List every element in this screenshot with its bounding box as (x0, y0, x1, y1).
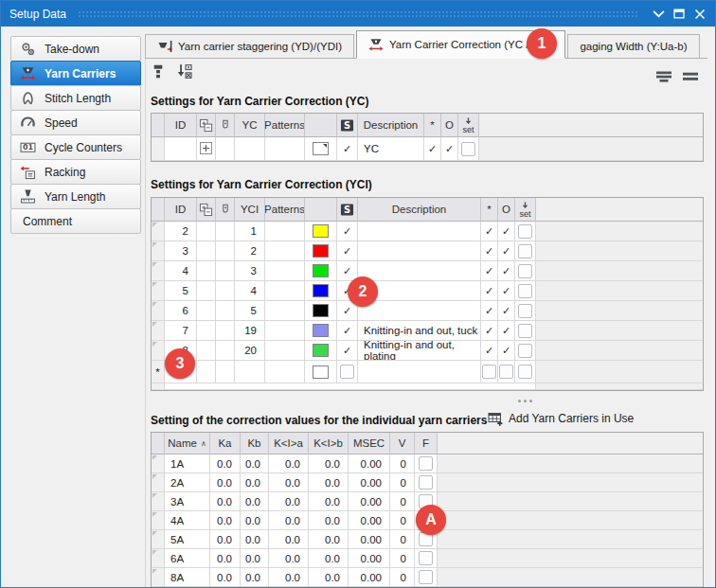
yci-row-selector[interactable] (152, 301, 165, 321)
checkbox-unchecked[interactable] (482, 365, 496, 379)
yc-header-description[interactable]: Description (358, 114, 424, 137)
yc-header-patterns[interactable]: Patterns (265, 114, 305, 137)
corr-cell-kib[interactable]: 0.0 (309, 511, 349, 530)
yc-cell-patterns[interactable] (265, 137, 305, 161)
corr-header-msec[interactable]: MSEC (349, 433, 390, 454)
yci-cell-id[interactable]: 4 (165, 261, 197, 281)
yci-header-yci[interactable]: YCI (235, 198, 265, 222)
corr-cell-kb[interactable]: 0.0 (241, 549, 269, 568)
yc-cell-set[interactable] (458, 137, 479, 161)
yci-cell-description[interactable] (358, 261, 481, 281)
corr-cell-kia[interactable]: 0.0 (269, 454, 309, 473)
yc-cell-carrier[interactable] (216, 137, 235, 161)
checkbox-unchecked[interactable] (518, 324, 532, 338)
yci-cell-star[interactable] (481, 261, 498, 281)
corr-cell-v[interactable]: 0 (390, 549, 415, 568)
yc-cell-star[interactable] (424, 137, 441, 161)
yci-cell-carrier[interactable] (216, 241, 235, 261)
yarn-carrier-column-icon[interactable] (216, 114, 235, 137)
collapse-chevron-icon[interactable] (651, 7, 666, 22)
corr-cell-f[interactable] (415, 454, 438, 473)
yci-cell-set[interactable] (515, 301, 536, 321)
stoll-s-column-icon[interactable]: S (337, 114, 358, 137)
corr-header-kia[interactable]: K<I>a (269, 433, 309, 454)
yci-cell-description[interactable] (358, 301, 481, 321)
yci-row-selector[interactable] (152, 222, 165, 241)
corr-cell-kb[interactable]: 0.0 (241, 473, 269, 492)
corr-cell-v[interactable]: 0 (390, 530, 415, 549)
pin-icon[interactable] (150, 63, 167, 80)
yci-row-selector[interactable] (152, 321, 165, 341)
yci-header-id[interactable]: ID (165, 198, 197, 222)
yci-cell-set[interactable] (515, 281, 536, 301)
checkbox-unchecked[interactable] (518, 344, 532, 358)
corr-cell-v[interactable]: 0 (390, 568, 415, 587)
yci-cell-description[interactable] (358, 241, 481, 261)
corr-cell-ka[interactable]: 0.0 (210, 511, 241, 530)
yarn-carrier-column-icon[interactable] (216, 198, 235, 222)
maximize-icon[interactable] (671, 7, 687, 22)
corr-header-selector[interactable] (152, 433, 165, 454)
yci-cell-patterns[interactable] (265, 281, 305, 301)
yci-cell-id[interactable]: 6 (165, 301, 197, 321)
yci-header-star[interactable]: * (481, 198, 498, 222)
yci-cell-description[interactable]: Knitting-in and out, plating (358, 341, 481, 361)
corr-header-v[interactable]: V (390, 433, 415, 454)
corr-cell-kb[interactable]: 0.0 (241, 511, 269, 530)
yc-cell-yc[interactable] (235, 137, 265, 161)
yci-new-cell-swatch[interactable] (305, 361, 337, 383)
yci-new-cell-star[interactable] (481, 361, 498, 383)
yci-cell-o[interactable] (498, 321, 515, 341)
corr-cell-kia[interactable]: 0.0 (269, 492, 309, 511)
stoll-s-column-icon[interactable]: S (337, 198, 358, 222)
yci-cell-id[interactable]: 7 (165, 321, 197, 341)
yci-header-o[interactable]: O (498, 198, 515, 222)
sidebar-item-take-down[interactable]: Take-down (10, 36, 141, 62)
checkbox-unchecked[interactable] (419, 475, 433, 490)
corr-cell-kib[interactable]: 0.0 (309, 473, 349, 492)
yci-new-row-selector[interactable]: * (152, 361, 165, 383)
corr-cell-name[interactable]: 2A (165, 473, 210, 492)
corr-cell-msec[interactable]: 0.00 (349, 473, 390, 492)
yci-cell-o[interactable] (498, 341, 515, 361)
corr-cell-kia[interactable]: 0.0 (269, 549, 309, 568)
yci-cell-patterns[interactable] (265, 222, 305, 241)
checkbox-unchecked[interactable] (518, 304, 532, 318)
yci-cell-swatch[interactable] (305, 241, 337, 261)
sidebar-item-comment[interactable]: Comment (10, 208, 141, 234)
corr-cell-name[interactable]: 5A (165, 530, 210, 549)
checkbox-unchecked[interactable] (461, 142, 475, 156)
splitter-grip[interactable] (512, 398, 537, 403)
yci-cell-o[interactable] (498, 301, 515, 321)
yci-cell-expand[interactable] (197, 341, 216, 361)
yci-cell-star[interactable] (481, 281, 498, 301)
corr-cell-ka[interactable]: 0.0 (210, 454, 241, 473)
yci-cell-carrier[interactable] (216, 222, 235, 241)
yci-cell-star[interactable] (481, 301, 498, 321)
corr-cell-kb[interactable]: 0.0 (241, 568, 269, 587)
sidebar-item-speed[interactable]: Speed (10, 110, 141, 135)
corr-cell-f[interactable] (415, 549, 438, 568)
yci-cell-set[interactable] (515, 241, 536, 261)
yci-cell-carrier[interactable] (216, 321, 235, 341)
yci-new-cell-o[interactable] (498, 361, 515, 383)
corr-cell-kib[interactable]: 0.0 (309, 530, 349, 549)
yci-header-swatch[interactable] (305, 198, 337, 222)
yci-cell-patterns[interactable] (265, 301, 305, 321)
yci-cell-carrier[interactable] (216, 301, 235, 321)
yci-row-selector[interactable] (152, 341, 165, 361)
corr-cell-kb[interactable]: 0.0 (241, 530, 269, 549)
yci-cell-yci[interactable]: 5 (235, 301, 265, 321)
corr-cell-v[interactable]: 0 (390, 454, 415, 473)
yci-cell-o[interactable] (498, 222, 515, 241)
corr-cell-name[interactable]: 8A (165, 568, 210, 587)
yci-cell-star[interactable] (481, 321, 498, 341)
yci-cell-expand[interactable] (197, 241, 216, 261)
yci-cell-set[interactable] (515, 341, 536, 361)
checkbox-unchecked[interactable] (518, 244, 532, 258)
corr-cell-ka[interactable]: 0.0 (210, 568, 241, 587)
yci-cell-swatch[interactable] (305, 321, 337, 341)
corr-header-name[interactable]: Name∧ (165, 433, 210, 454)
corr-cell-msec[interactable]: 0.00 (349, 530, 390, 549)
yci-header-set[interactable]: set (515, 198, 536, 222)
